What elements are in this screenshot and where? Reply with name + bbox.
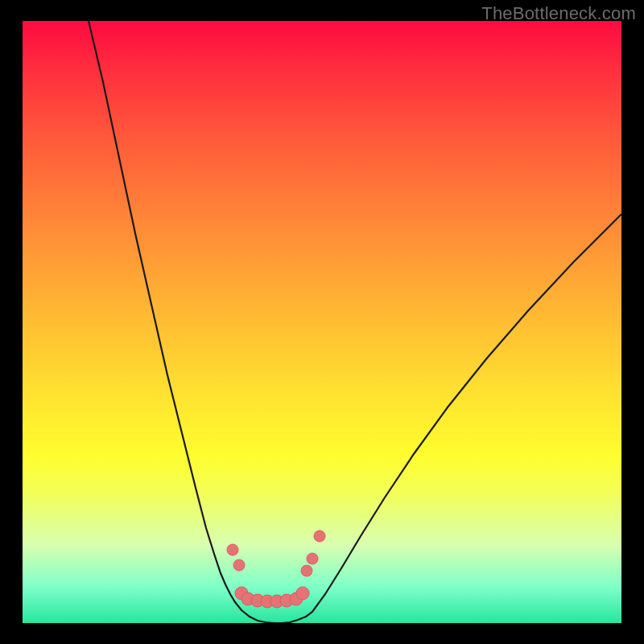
- data-dot: [235, 587, 248, 600]
- data-dot: [301, 565, 312, 576]
- data-dot: [307, 553, 318, 564]
- data-dot: [280, 594, 293, 607]
- data-dot: [261, 595, 274, 608]
- data-dot: [251, 594, 264, 607]
- bottleneck-curve: [89, 21, 621, 623]
- data-dot: [242, 592, 254, 605]
- chart-plot-area: [23, 21, 621, 623]
- data-dot: [314, 530, 325, 542]
- chart-svg: [23, 21, 621, 623]
- watermark-text: TheBottleneck.com: [481, 3, 636, 24]
- data-dots: [227, 530, 325, 608]
- data-dot: [270, 595, 283, 608]
- data-dot: [227, 544, 238, 555]
- data-dot: [296, 587, 309, 600]
- data-dot: [290, 592, 303, 605]
- data-dot: [233, 559, 245, 571]
